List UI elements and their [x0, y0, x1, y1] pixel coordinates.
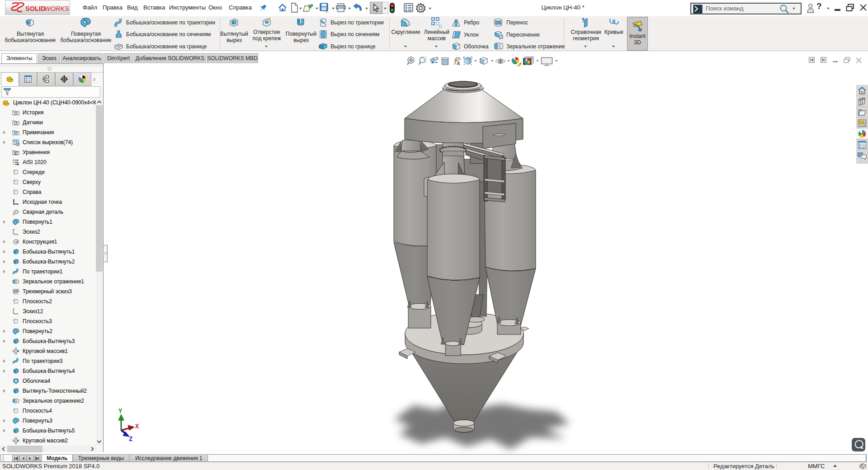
- svg-text:Y: Y: [118, 408, 123, 415]
- svg-text:X: X: [135, 423, 139, 430]
- svg-text:!: !: [326, 9, 327, 13]
- svg-text:WORKS: WORKS: [44, 5, 69, 12]
- svg-text:Z: Z: [129, 436, 132, 443]
- svg-text:SOLID: SOLID: [25, 5, 45, 12]
